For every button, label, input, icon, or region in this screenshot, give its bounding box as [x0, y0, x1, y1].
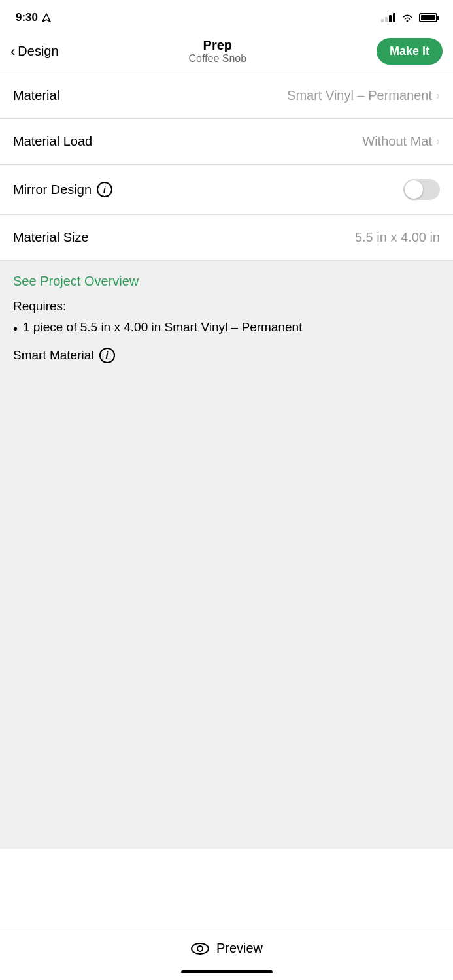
- smart-material-label: Smart Material: [13, 348, 94, 363]
- mirror-design-label: Mirror Design: [13, 182, 92, 197]
- location-arrow-icon: [42, 13, 51, 22]
- battery-icon: [419, 13, 437, 22]
- home-indicator: [181, 970, 273, 973]
- see-overview-link[interactable]: See Project Overview: [13, 274, 440, 289]
- material-load-label: Material Load: [13, 134, 92, 149]
- material-load-row[interactable]: Material Load Without Mat ›: [0, 119, 453, 165]
- requires-label: Requires:: [13, 299, 440, 314]
- material-load-chevron-icon: ›: [436, 135, 440, 148]
- svg-point-3: [197, 946, 203, 951]
- nav-title: Prep Coffee Snob: [59, 38, 377, 65]
- status-bar: 9:30: [0, 0, 453, 33]
- material-row[interactable]: Material Smart Vinyl – Permanent ›: [0, 73, 453, 119]
- status-icons: [381, 13, 437, 22]
- material-value: Smart Vinyl – Permanent: [287, 88, 432, 103]
- material-value-container: Smart Vinyl – Permanent ›: [287, 88, 440, 103]
- nav-header: ‹ Design Prep Coffee Snob Make It: [0, 33, 453, 73]
- mirror-design-label-container: Mirror Design i: [13, 182, 112, 197]
- back-button[interactable]: ‹ Design: [10, 44, 59, 59]
- material-size-value-container: 5.5 in x 4.00 in: [355, 230, 440, 245]
- material-load-value: Without Mat: [362, 134, 432, 149]
- nav-title-sub: Coffee Snob: [59, 53, 377, 65]
- mirror-design-toggle[interactable]: [403, 179, 440, 200]
- nav-title-main: Prep: [59, 38, 377, 53]
- mirror-design-row: Mirror Design i: [0, 165, 453, 215]
- requires-item-text: 1 piece of 5.5 in x 4.00 in Smart Vinyl …: [23, 320, 302, 335]
- svg-point-2: [192, 943, 209, 954]
- back-label: Design: [18, 44, 58, 59]
- back-chevron-icon: ‹: [10, 44, 15, 59]
- gray-section: See Project Overview Requires: • 1 piece…: [0, 261, 453, 849]
- mirror-design-info-icon[interactable]: i: [97, 182, 112, 197]
- material-label: Material: [13, 88, 59, 103]
- material-size-value: 5.5 in x 4.00 in: [355, 230, 440, 245]
- make-it-button[interactable]: Make It: [377, 38, 443, 65]
- svg-marker-0: [42, 14, 50, 22]
- material-size-row: Material Size 5.5 in x 4.00 in: [0, 215, 453, 261]
- requires-item: • 1 piece of 5.5 in x 4.00 in Smart Viny…: [13, 320, 440, 337]
- eye-icon: [190, 942, 210, 955]
- toggle-knob: [405, 180, 423, 199]
- wifi-icon: [401, 13, 414, 22]
- preview-label: Preview: [216, 941, 263, 956]
- settings-section: Material Smart Vinyl – Permanent › Mater…: [0, 73, 453, 261]
- smart-material-info-icon[interactable]: i: [99, 348, 115, 363]
- material-chevron-icon: ›: [436, 89, 440, 103]
- signal-icon: [381, 13, 395, 22]
- status-time: 9:30: [16, 11, 51, 24]
- bottom-bar: Preview: [0, 930, 453, 980]
- preview-button[interactable]: Preview: [0, 930, 453, 966]
- bullet-icon: •: [13, 320, 18, 337]
- smart-material-row: Smart Material i: [13, 348, 440, 363]
- time-display: 9:30: [16, 11, 38, 24]
- svg-point-1: [407, 20, 409, 22]
- material-size-label: Material Size: [13, 230, 89, 245]
- material-load-value-container: Without Mat ›: [362, 134, 440, 149]
